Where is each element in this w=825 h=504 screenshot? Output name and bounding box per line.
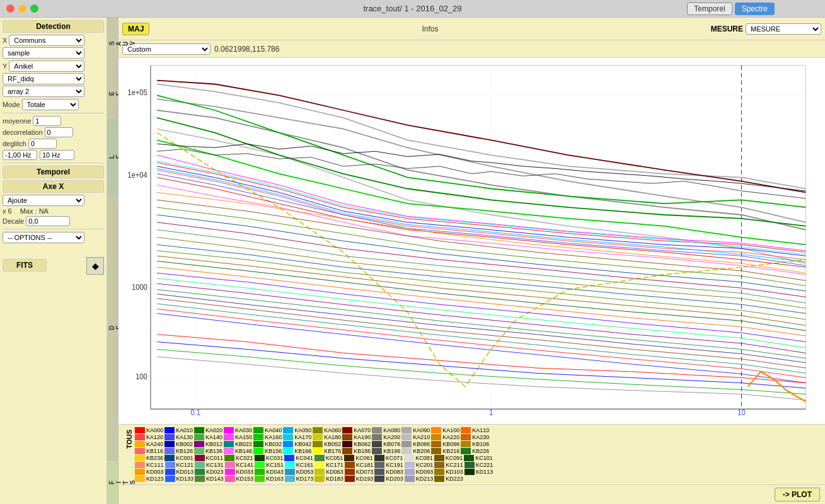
y-label: Y (3, 62, 7, 70)
y-sub1-select[interactable]: RF_didq (3, 73, 84, 84)
deglitch-label: deglitch (3, 140, 26, 147)
detection-title: Detection (3, 20, 104, 33)
max-label: Max : NA (20, 207, 49, 215)
x-select[interactable]: Communs (9, 35, 84, 46)
decorrelation-input[interactable]: 0 (45, 127, 73, 137)
list-item: KD023 (195, 469, 224, 475)
x-mult-label: x 6 (3, 207, 12, 215)
ajoute-select[interactable]: Ajoute (3, 195, 84, 206)
list-item: KB196 (372, 448, 400, 454)
list-item: KD223 (434, 476, 463, 482)
list-item: KB032 (253, 441, 282, 447)
list-item: KA070 (342, 427, 371, 433)
list-item: KC061 (344, 455, 373, 461)
list-item: KC201 (405, 462, 434, 468)
tab-spectre[interactable]: Spectre (735, 3, 775, 15)
close-button[interactable] (6, 4, 14, 13)
list-item: KD003 (135, 469, 164, 475)
options-select[interactable]: -- OPTIONS -- (3, 232, 84, 243)
list-item: KD103 (434, 469, 463, 475)
y-select[interactable]: Anikel (9, 60, 84, 72)
list-item: KA090 (401, 427, 430, 433)
list-item: KC151 (255, 462, 284, 468)
list-item: KD183 (314, 476, 343, 482)
list-item: KD073 (345, 469, 374, 475)
list-item: KD013 (165, 469, 194, 475)
list-item: KA230 (461, 434, 489, 440)
mode-select[interactable]: Totale (22, 99, 79, 110)
list-item: KD053 (285, 469, 314, 475)
list-item: KB012 (194, 441, 222, 447)
mesure-select[interactable]: MESURE (746, 23, 821, 35)
tab-temporel[interactable]: Temporel (687, 3, 732, 15)
list-item: KB096 (431, 441, 459, 447)
mesure-section: MESURE MESURE (711, 23, 821, 35)
x-sub-select[interactable]: sample (3, 47, 84, 59)
list-item: KC131 (195, 462, 224, 468)
list-item: KA220 (431, 434, 459, 440)
list-item: KD153 (225, 476, 254, 482)
list-item: KB086 (401, 441, 430, 447)
list-item: KA190 (342, 434, 371, 440)
list-item: KB126 (164, 448, 193, 454)
fits-label: FITS (3, 259, 47, 272)
list-item: KA180 (313, 434, 341, 440)
list-item: KA050 (283, 427, 311, 433)
left-sidebar: Detection X Communs sample Y Anikel RF_d… (0, 18, 107, 504)
maj-button[interactable]: MAJ (122, 23, 149, 35)
view-tabs: Temporel Spectre (687, 3, 775, 15)
detection-button[interactable]: DETECTION (107, 194, 118, 460)
list-item: KB116 (135, 448, 163, 454)
list-item: KD113 (464, 469, 493, 475)
list-item: KB042 (283, 441, 311, 447)
list-item: KA110 (461, 427, 489, 433)
chart-subbar: Custom 0.0621998,115.786 (118, 40, 825, 58)
list-item: KC081 (404, 455, 433, 461)
diamond-button[interactable]: ◆ (86, 257, 104, 275)
list-item: KB186 (342, 448, 371, 454)
maximize-button[interactable] (30, 4, 38, 13)
list-item: KA150 (224, 434, 252, 440)
list-item: KC171 (314, 462, 343, 468)
svg-text:100: 100 (136, 372, 147, 381)
decale-input[interactable]: 0,0 (26, 216, 70, 226)
hz-min-input[interactable]: -1,00 Hz (3, 150, 37, 160)
hz-max-input[interactable]: 10 Hz (40, 150, 74, 160)
list-item: KA160 (253, 434, 282, 440)
list-item: KB146 (224, 448, 252, 454)
list-item: KA210 (401, 434, 430, 440)
mesure-label: MESURE (711, 25, 743, 33)
y-sub2-select[interactable]: array 2 (3, 86, 84, 97)
list-item: KC051 (314, 455, 343, 461)
list-item: KD133 (165, 476, 194, 482)
chart-svg: 1e+05 1e+04 1000 100 0.1 1 10 (118, 58, 825, 424)
list-item: KD083 (374, 469, 403, 475)
list-item: KD093 (405, 469, 434, 475)
list-item: KB226 (461, 448, 489, 454)
sauv-button[interactable]: SAUV (107, 18, 118, 68)
window-title: trace_tout/ 1 - 2016_02_29 (363, 4, 461, 13)
moyenne-label: moyenne (3, 117, 31, 125)
effa-button[interactable]: EFFA (107, 68, 118, 118)
moyenne-input[interactable]: 1 (33, 116, 61, 126)
list-item: KA030 (224, 427, 252, 433)
temporel-label: Temporel (3, 166, 104, 178)
deglitch-input[interactable]: 0 (28, 139, 57, 149)
list-item: KA060 (313, 427, 341, 433)
list-item: KB002 (164, 441, 193, 447)
list-item: KC021 (224, 455, 253, 461)
list-item: KC121 (165, 462, 194, 468)
list-item: KD033 (225, 469, 254, 475)
list-item: KC161 (285, 462, 314, 468)
list-item: KC141 (225, 462, 254, 468)
plot-button[interactable]: -> PLOT (775, 488, 820, 501)
list-item: KC191 (374, 462, 403, 468)
chart-toolbar: MAJ Infos MESURE MESURE (118, 18, 825, 40)
svg-text:1e+04: 1e+04 (127, 170, 147, 180)
list-item: KA100 (431, 427, 459, 433)
minimize-button[interactable] (18, 4, 26, 13)
list-item: KD063 (314, 469, 343, 475)
legende-button[interactable]: LEGENDE (107, 118, 118, 194)
list-item: KB166 (283, 448, 311, 454)
list-item: KA010 (164, 427, 193, 433)
